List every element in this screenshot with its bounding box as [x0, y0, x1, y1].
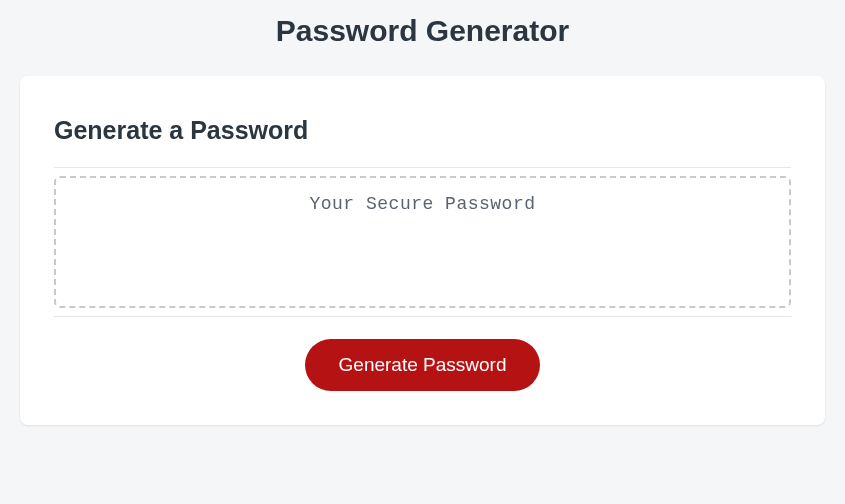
generator-card: Generate a Password Your Secure Password…: [20, 76, 825, 425]
output-section: Your Secure Password: [54, 167, 791, 317]
page-title: Password Generator: [0, 0, 845, 76]
password-output: Your Secure Password: [54, 176, 791, 308]
card-heading: Generate a Password: [54, 116, 791, 145]
generate-button[interactable]: Generate Password: [305, 339, 541, 391]
button-row: Generate Password: [54, 339, 791, 391]
